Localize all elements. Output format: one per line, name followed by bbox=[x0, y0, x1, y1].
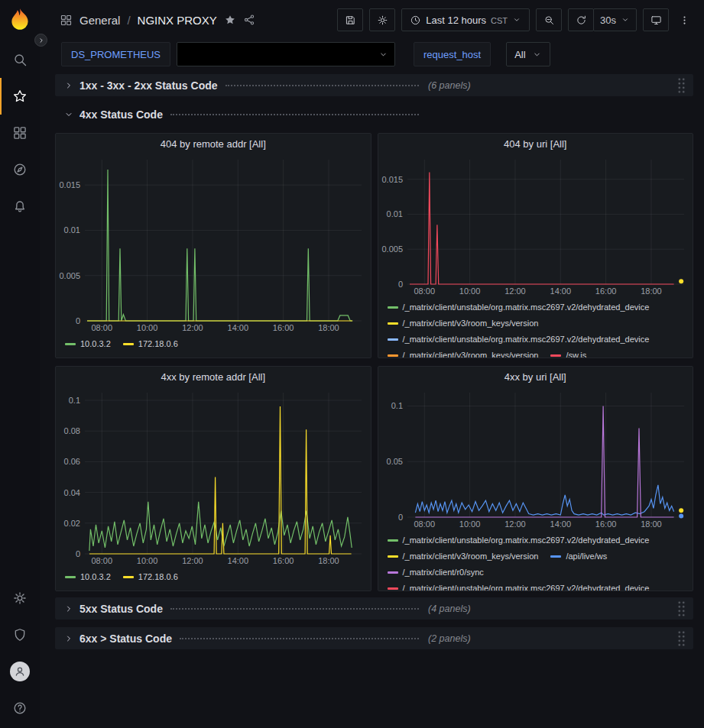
svg-text:18:00: 18:00 bbox=[641, 286, 662, 296]
refresh-button[interactable] bbox=[568, 8, 594, 31]
panel-404-by-remote-addr: 404 by remote addr [All] 08:0010:0012:00… bbox=[55, 133, 371, 358]
row-drag-handle[interactable] bbox=[677, 630, 686, 646]
shield-icon bbox=[12, 627, 28, 642]
sidebar-expand-button[interactable] bbox=[34, 34, 47, 47]
sidebar-item-search[interactable] bbox=[0, 41, 40, 78]
legend-item[interactable]: /_matrix/client/unstable/org.matrix.msc2… bbox=[388, 299, 650, 315]
panel-count: (4 panels) bbox=[428, 603, 471, 614]
sidebar-item-server-admin[interactable] bbox=[0, 616, 40, 653]
legend-item[interactable]: /api/live/ws bbox=[550, 548, 607, 565]
legend-item[interactable]: /_matrix/client/r0/sync bbox=[388, 565, 484, 581]
row-drag-handle[interactable] bbox=[677, 77, 686, 93]
legend-item[interactable]: /_matrix/client/unstable/org.matrix.msc2… bbox=[388, 332, 650, 348]
legend-swatch bbox=[65, 576, 76, 578]
main-area: General / NGINX PROXY Last 12 hours CST bbox=[40, 0, 704, 728]
row-header-6xx[interactable]: 6xx > Status Code (2 panels) bbox=[55, 627, 693, 649]
sidebar-item-profile[interactable] bbox=[0, 653, 40, 690]
refresh-group: 30s bbox=[568, 8, 637, 31]
legend-item[interactable]: /_matrix/client/v3/room_keys/version bbox=[388, 548, 539, 565]
refresh-interval-picker[interactable]: 30s bbox=[593, 8, 637, 31]
time-zone-label: CST bbox=[491, 16, 508, 25]
legend-item[interactable]: 10.0.3.2 bbox=[65, 569, 111, 585]
svg-text:08:00: 08:00 bbox=[414, 286, 435, 296]
legend-label: /_matrix/client/unstable/org.matrix.msc2… bbox=[403, 581, 650, 590]
svg-text:0.04: 0.04 bbox=[64, 488, 80, 497]
dashboards-icon bbox=[60, 14, 73, 27]
variable-label-request-host[interactable]: request_host bbox=[414, 42, 491, 66]
legend-item[interactable]: /_matrix/client/unstable/org.matrix.msc2… bbox=[388, 532, 650, 548]
legend-item[interactable]: 10.0.3.2 bbox=[65, 336, 111, 352]
legend-item[interactable]: /_matrix/client/v3/room_keys/version bbox=[388, 348, 539, 358]
breadcrumb-section[interactable]: General bbox=[79, 14, 120, 27]
time-series-chart[interactable]: 08:0010:0012:0014:0016:0018:0000.050.1 bbox=[378, 387, 693, 531]
request-host-select[interactable]: All bbox=[506, 42, 550, 66]
legend-item[interactable]: /_matrix/client/v3/room_keys/version bbox=[388, 315, 539, 332]
zoom-out-button[interactable] bbox=[536, 8, 562, 31]
svg-text:10:00: 10:00 bbox=[459, 519, 480, 529]
user-icon bbox=[14, 665, 26, 678]
legend-item[interactable]: 172.18.0.6 bbox=[123, 336, 178, 352]
panel-404-by-uri: 404 by uri [All] 08:0010:0012:0014:0016:… bbox=[378, 133, 694, 358]
legend-label: 172.18.0.6 bbox=[138, 569, 178, 585]
svg-text:12:00: 12:00 bbox=[182, 556, 203, 565]
legend-item[interactable]: 172.18.0.6 bbox=[123, 569, 178, 585]
row-title: 5xx Status Code bbox=[79, 603, 163, 615]
svg-text:12:00: 12:00 bbox=[504, 286, 526, 296]
variable-label-datasource[interactable]: DS_PROMETHEUS bbox=[61, 42, 170, 66]
svg-text:0: 0 bbox=[397, 513, 402, 522]
time-series-chart[interactable]: 08:0010:0012:0014:0016:0018:0000.020.040… bbox=[56, 387, 371, 568]
panel-4xx-by-remote-addr: 4xx by remote addr [All] 08:0010:0012:00… bbox=[55, 366, 371, 591]
svg-text:18:00: 18:00 bbox=[641, 519, 662, 529]
legend-swatch bbox=[388, 587, 398, 590]
time-series-chart[interactable]: 08:0010:0012:0014:0016:0018:0000.0050.01… bbox=[56, 154, 371, 335]
sidebar-item-explore[interactable] bbox=[0, 151, 40, 188]
time-range-picker[interactable]: Last 12 hours CST bbox=[401, 8, 530, 31]
chevron-right-icon bbox=[61, 603, 76, 614]
svg-text:10:00: 10:00 bbox=[459, 286, 480, 296]
sidebar-item-help[interactable] bbox=[0, 690, 40, 726]
tv-mode-button[interactable] bbox=[643, 8, 669, 31]
dashboard-settings-button[interactable] bbox=[369, 8, 395, 31]
favorite-star-icon[interactable] bbox=[224, 14, 236, 26]
more-options-button[interactable] bbox=[675, 8, 693, 31]
svg-text:0.015: 0.015 bbox=[381, 175, 403, 184]
panel-title[interactable]: 404 by uri [All] bbox=[378, 134, 693, 154]
share-icon[interactable] bbox=[243, 14, 255, 26]
sidebar-item-dashboards[interactable] bbox=[0, 115, 40, 151]
legend-swatch bbox=[123, 343, 134, 345]
refresh-icon bbox=[576, 15, 587, 26]
dashboards-grid-icon bbox=[12, 125, 28, 141]
panel-title[interactable]: 4xx by remote addr [All] bbox=[56, 367, 371, 387]
chevron-right-icon bbox=[37, 37, 45, 44]
svg-text:0.02: 0.02 bbox=[64, 519, 80, 528]
svg-text:0: 0 bbox=[76, 316, 80, 325]
monitor-icon bbox=[650, 15, 662, 26]
dotted-leader bbox=[170, 114, 419, 115]
sidebar-item-starred[interactable] bbox=[0, 78, 40, 115]
gear-icon bbox=[12, 590, 28, 606]
legend-swatch bbox=[123, 576, 134, 578]
row-header-4xx[interactable]: 4xx Status Code bbox=[55, 104, 693, 125]
row-header-1xx-3xx-2xx[interactable]: 1xx - 3xx - 2xx Status Code (6 panels) bbox=[55, 74, 693, 96]
chart-legend: 10.0.3.2172.18.0.6 bbox=[56, 335, 371, 358]
row-header-5xx[interactable]: 5xx Status Code (4 panels) bbox=[55, 597, 693, 620]
time-range-label: Last 12 hours bbox=[426, 15, 486, 26]
breadcrumb-title[interactable]: NGINX PROXY bbox=[138, 14, 217, 27]
save-dashboard-button[interactable] bbox=[337, 8, 363, 31]
panel-title[interactable]: 4xx by uri [All] bbox=[378, 367, 693, 387]
svg-text:16:00: 16:00 bbox=[595, 519, 616, 529]
legend-label: /_matrix/client/unstable/org.matrix.msc2… bbox=[403, 299, 650, 315]
svg-text:0.005: 0.005 bbox=[59, 271, 80, 280]
compass-icon bbox=[12, 162, 28, 177]
row-drag-handle[interactable] bbox=[677, 600, 686, 616]
legend-swatch bbox=[388, 338, 398, 341]
datasource-select[interactable] bbox=[177, 42, 395, 66]
sidebar-item-alerting[interactable] bbox=[0, 188, 40, 225]
time-series-chart[interactable]: 08:0010:0012:0014:0016:0018:0000.0050.01… bbox=[378, 154, 693, 298]
grafana-logo[interactable] bbox=[7, 7, 33, 33]
sidebar-item-configuration[interactable] bbox=[0, 580, 40, 616]
panel-title[interactable]: 404 by remote addr [All] bbox=[56, 134, 371, 154]
legend-item[interactable]: /_matrix/client/unstable/org.matrix.msc2… bbox=[388, 581, 650, 590]
legend-item[interactable]: /sw.js bbox=[550, 348, 586, 358]
zoom-out-icon bbox=[543, 15, 555, 26]
